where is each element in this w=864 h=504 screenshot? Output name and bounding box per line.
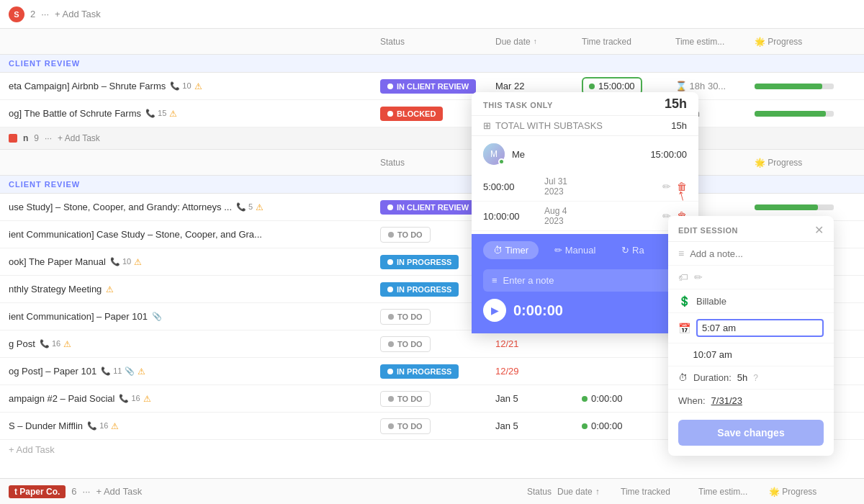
end-time-row[interactable] xyxy=(668,343,834,366)
close-button[interactable]: ✕ xyxy=(814,223,824,237)
timer-note-input[interactable]: ≡ Enter a note xyxy=(483,269,687,292)
footer-dots[interactable]: ··· xyxy=(83,486,91,497)
duration-row: ⏱ Duration: 5h ? xyxy=(668,366,834,390)
billable-label: Billable xyxy=(696,296,726,307)
add-task-n[interactable]: + Add Task xyxy=(58,133,100,143)
edit-session-header: EDIT SESSION ✕ xyxy=(668,216,834,242)
logo: S xyxy=(9,6,24,22)
phone-icon: 📞 11 xyxy=(101,366,122,376)
status-badge[interactable]: IN CLIENT REVIEW xyxy=(380,200,476,215)
warn-icon: ⚠ xyxy=(169,109,177,119)
time-tracked-cell: 0:00:00 xyxy=(582,393,675,404)
main-content: S 2 ··· + Add Task Status Due date ↑ Tim… xyxy=(0,0,864,504)
end-time-input[interactable] xyxy=(693,349,824,360)
bottom-footer: t Paper Co. 6 ··· + Add Task Status Due … xyxy=(0,478,864,504)
phone-icon: 📞 10 xyxy=(110,257,131,266)
task-name: og] The Battle of Schrute Farms 📞 15 ⚠ xyxy=(9,108,380,119)
time-entries-list: 5:00:00 Jul 312023 ✏ 🗑 10:00:00 Aug 4202… xyxy=(472,169,698,234)
status-badge-todo[interactable]: TO DO xyxy=(380,418,431,434)
progress-cell xyxy=(755,84,855,89)
progress-bar xyxy=(755,111,834,117)
col-duedate-header[interactable]: Due date ↑ xyxy=(495,37,582,47)
entry-time-2: 10:00:00 xyxy=(483,211,537,222)
timer-tab-ra[interactable]: ↻ Ra xyxy=(611,241,654,259)
warn-icon: ⚠ xyxy=(63,339,71,349)
time-dot xyxy=(582,423,588,429)
timer-tabs: ⏱ Timer ✏ Manual ↻ Ra xyxy=(483,241,687,259)
calendar-icon: 📅 xyxy=(678,323,690,334)
status-badge-in-progress[interactable]: IN PROGRESS xyxy=(380,282,459,297)
this-task-time: 15h xyxy=(665,96,687,112)
status-badge-client-review[interactable]: IN CLIENT REVIEW xyxy=(380,79,476,94)
column-headers-top: Status Due date ↑ Time tracked Time esti… xyxy=(0,29,864,55)
tags-row[interactable]: 🏷 ✏ xyxy=(668,266,834,289)
duration-value: 5h xyxy=(737,372,747,383)
pencil-icon[interactable]: ✏ xyxy=(694,271,703,283)
column-headers-mid: Status Due da ↑ 🌟 Progress xyxy=(0,150,864,176)
status-badge-todo[interactable]: TO DO xyxy=(380,227,431,243)
time-entry: 5:00:00 Jul 312023 ✏ 🗑 xyxy=(472,172,698,202)
warn-icon: ⚠ xyxy=(138,366,145,377)
help-icon[interactable]: ? xyxy=(753,373,758,383)
status-badge-blocked[interactable]: BLOCKED xyxy=(380,107,443,121)
status-badge-todo[interactable]: TO DO xyxy=(380,309,431,325)
sort-arrow-icon: ↑ xyxy=(534,37,537,45)
time-estim-cell: ⌛ 18h 30... xyxy=(675,81,755,91)
phone-icon: 📞 15 xyxy=(145,109,166,118)
status-cell[interactable]: IN PROGRESS xyxy=(380,364,495,379)
footer-col-estim: Time estim... xyxy=(698,487,763,497)
start-time-row[interactable]: 📅 xyxy=(668,313,834,343)
note-lines-icon: ≡ xyxy=(678,248,684,259)
phone-icon: 📞 10 xyxy=(170,81,191,91)
timer-bar: ⏱ Timer ✏ Manual ↻ Ra ≡ Enter a note ▶ 0… xyxy=(472,234,698,333)
start-time-input[interactable] xyxy=(696,319,824,337)
warn-icon: ⚠ xyxy=(106,284,114,294)
phone-icon: 📞 16 xyxy=(40,339,60,348)
play-button[interactable]: ▶ xyxy=(483,299,506,322)
edit-icon[interactable]: ✏ xyxy=(662,181,671,192)
save-changes-button[interactable]: Save changes xyxy=(678,420,824,446)
col-estim-header: Time estim... xyxy=(675,37,755,47)
status-badge-in-progress[interactable]: IN PROGRESS xyxy=(380,364,459,379)
total-with-subtasks-row: ⊞ TOTAL WITH SUBTASKS 15h xyxy=(472,116,698,136)
edit-session-title: EDIT SESSION xyxy=(678,226,738,235)
due-date-cell: Mar 22 xyxy=(495,81,582,91)
time-popup-header: THIS TASK ONLY 15h xyxy=(472,92,698,116)
timer-tab-timer[interactable]: ⏱ Timer xyxy=(483,241,539,259)
subtasks-icon: ⊞ xyxy=(483,120,491,131)
attach-icon: 📎 xyxy=(125,366,135,376)
more-options[interactable]: ··· xyxy=(41,9,49,19)
warn-icon: ⚠ xyxy=(143,394,151,404)
entry-date-2: Aug 42023 xyxy=(544,206,655,226)
due-date-cell: Jan 5 xyxy=(495,420,582,431)
timer-tab-manual[interactable]: ✏ Manual xyxy=(544,241,606,259)
note-input[interactable] xyxy=(690,248,824,259)
warn-icon: ⚠ xyxy=(194,81,202,91)
task-name: ook] The Paper Manual 📞 10 ⚠ xyxy=(9,256,380,267)
total-time-value: 15h xyxy=(671,120,687,131)
status-cell[interactable]: IN CLIENT REVIEW xyxy=(380,79,495,94)
footer-add-task[interactable]: + Add Task xyxy=(96,486,142,497)
status-cell[interactable]: TO DO xyxy=(380,418,495,434)
timer-time: 0:00:00 xyxy=(513,302,664,319)
footer-col-status: Status xyxy=(527,487,552,497)
task-name: g Post 📞 16 ⚠ xyxy=(9,338,380,349)
billable-row[interactable]: 💲 Billable xyxy=(668,289,834,313)
status-badge-in-progress[interactable]: IN PROGRESS xyxy=(380,255,459,269)
task-name: og Post] – Paper 101 📞 11 📎 ⚠ xyxy=(9,366,380,377)
progress-bar xyxy=(755,84,834,89)
note-row[interactable]: ≡ xyxy=(668,242,834,266)
status-cell[interactable]: TO DO xyxy=(380,391,495,407)
when-value[interactable]: 7/31/23 xyxy=(711,395,742,406)
footer-col-tracked: Time tracked xyxy=(621,487,693,497)
time-dot xyxy=(589,84,595,89)
status-cell[interactable]: TO DO xyxy=(380,336,495,352)
task-name: S – Dunder Mifflin 📞 16 ⚠ xyxy=(9,420,380,431)
due-date-cell: 12/29 xyxy=(495,366,582,377)
status-badge-todo[interactable]: TO DO xyxy=(380,336,431,352)
task-name: nthly Strategy Meeting ⚠ xyxy=(9,284,380,294)
footer-col-due: Due date ↑ xyxy=(557,487,615,497)
status-badge-todo[interactable]: TO DO xyxy=(380,391,431,407)
me-time: 15:00:00 xyxy=(650,149,687,160)
add-task-button[interactable]: + Add Task xyxy=(55,9,101,19)
